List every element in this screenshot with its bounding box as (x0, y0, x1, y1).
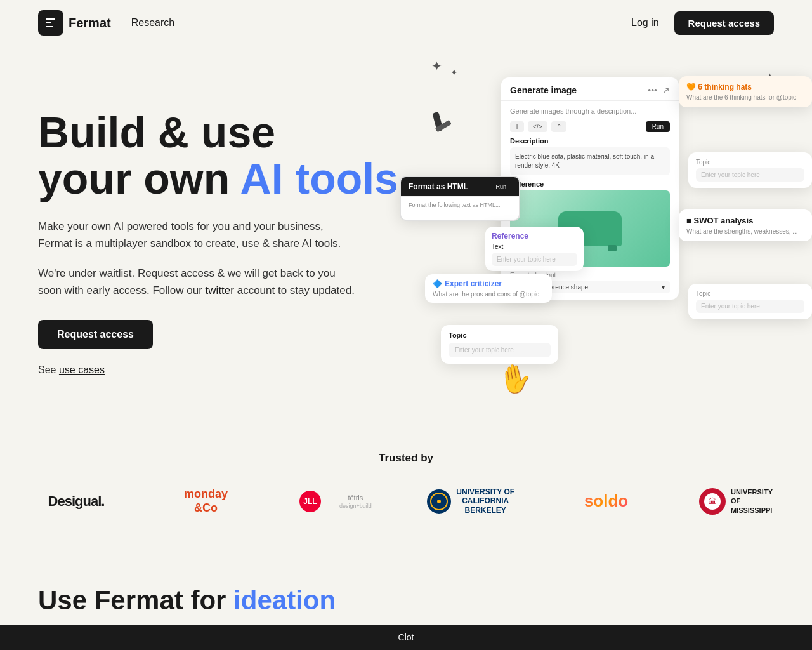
hero-title-accent: AI tools (240, 154, 398, 202)
berkeley-text: UNIVERSITY OFCALIFORNIABERKELEY (456, 488, 514, 515)
logos-row: Desigual. monday&Co JLL tétrisdesign+bui… (38, 488, 774, 515)
ref-header: Reference (492, 232, 577, 241)
thinking-hats-title: 🧡 6 thinking hats (686, 83, 804, 91)
ref-text-input[interactable]: Enter your topic here (492, 253, 577, 266)
topic-card: Topic Enter your topic here (441, 325, 558, 364)
expert-icon: 🔷 (433, 279, 442, 288)
hero-title-line1: Build & use (38, 108, 275, 156)
topic3-input[interactable]: Enter your topic here (696, 300, 804, 313)
deco-star-4: ✦ (782, 81, 793, 96)
ui-cards: ✦ ✦ ✦ ✦ Generate image ••• ↗ (393, 58, 812, 414)
header-request-access-button[interactable]: Request access (674, 11, 774, 35)
deco-star-2: ✦ (450, 67, 458, 77)
bottom-bar: Clot (0, 625, 812, 650)
run-button[interactable]: Run (646, 121, 670, 132)
tetris-text: tétrisdesign+build (334, 494, 372, 509)
brand-berkeley: UNIVERSITY OFCALIFORNIABERKELEY (427, 488, 514, 515)
description-label: Description (510, 137, 670, 145)
svg-rect-1 (435, 120, 452, 133)
svg-rect-0 (432, 112, 443, 132)
topic2-input[interactable]: Enter your topic here (696, 168, 804, 182)
login-button[interactable]: Log in (631, 17, 659, 29)
reference-label: Reference (510, 180, 670, 188)
hero-description-1: Make your own AI powered tools for you a… (38, 218, 355, 252)
swot-title-text: SWOT analysis (693, 216, 753, 225)
expert-label-text: Expert criticizer (445, 279, 502, 288)
deco-star-3: ✦ (766, 71, 774, 83)
expected-output-label: Expected output (510, 272, 670, 279)
berkeley-seal (427, 489, 451, 514)
jll-icon: JLL (299, 491, 321, 512)
header: Fermat Research Log in Request access (0, 0, 812, 46)
ms-logo-icon: 🏛 (709, 497, 716, 506)
description-text: Electric blue sofa, plastic material, so… (510, 147, 670, 175)
jll-group: JLL tétrisdesign+build (299, 491, 372, 512)
logo-text: Fermat (69, 16, 111, 30)
deco-hand-icon: ✋ (495, 359, 535, 398)
see-label: See (38, 364, 59, 375)
card-toolbar: T </> ⌃ Run (510, 121, 670, 132)
brand-soldo: soldo (568, 491, 645, 511)
berkeley-seal-inner (430, 493, 448, 510)
hero-request-access-button[interactable]: Request access (38, 320, 153, 349)
thinking-hats-text: 6 thinking hats (698, 83, 752, 91)
topic-card-3: Topic Enter your topic here (688, 284, 812, 319)
logo[interactable]: Fermat (38, 10, 111, 36)
hero-description-2: We're under waitlist. Request access & w… (38, 265, 355, 299)
topic-label: Topic (449, 331, 551, 339)
topic-card-2: Topic Enter your topic here (688, 152, 812, 188)
hero-desc2-post: account to stay updated. (234, 284, 355, 296)
berkeley-seal-dot (437, 500, 441, 503)
thinking-hats-subtitle: What are the 6 thinking hats for @topic (686, 94, 804, 101)
trusted-section: Trusted by Desigual. monday&Co JLL tétri… (0, 427, 812, 547)
reference-text-card: Reference Text Enter your topic here (485, 227, 584, 271)
reference-image (510, 190, 670, 267)
ms-text: UNIVERSITYOFMISSISSIPPI (731, 488, 773, 515)
expected-val-text: Preserve reference shape (515, 284, 588, 291)
format-run-btn[interactable]: Run (490, 182, 511, 191)
brand-mississippi: 🏛 UNIVERSITYOFMISSISSIPPI (698, 488, 774, 515)
nav-research[interactable]: Research (131, 17, 174, 29)
monday-text: monday&Co (184, 488, 228, 515)
deco-star-1: ✦ (431, 58, 442, 74)
format-html-card: Format as HTML Run Format the following … (400, 176, 520, 221)
bottom-bar-text: Clot (398, 632, 414, 642)
expected-output-value: Preserve reference shape ▾ (510, 281, 670, 293)
twitter-link[interactable]: twitter (206, 284, 234, 296)
tool-btn-code[interactable]: </> (528, 121, 547, 132)
topic-input[interactable]: Enter your topic here (449, 343, 551, 357)
swot-title: ■ SWOT analysis (686, 216, 804, 225)
hero-section: Build & use your own AI tools Make your … (0, 46, 812, 427)
brand-jll: JLL tétrisdesign+build (298, 491, 374, 512)
berkeley-group: UNIVERSITY OFCALIFORNIABERKELEY (427, 488, 514, 515)
format-card-header: Format as HTML Run (401, 177, 519, 197)
hero-illustration: ✦ ✦ ✦ ✦ Generate image ••• ↗ (393, 58, 812, 414)
card-header: Generate image ••• ↗ (501, 77, 679, 101)
generate-image-card: Generate image ••• ↗ Generate images thr… (501, 77, 679, 300)
tool-btn-expand[interactable]: ⌃ (551, 121, 566, 132)
hero-title: Build & use your own AI tools (38, 109, 406, 202)
card-body: Generate images through a description...… (501, 101, 679, 300)
trusted-label: Trusted by (38, 452, 774, 465)
desigual-text: Desigual. (48, 493, 105, 510)
hat-number: 🧡 (686, 83, 698, 91)
tool-btn-T[interactable]: T (510, 121, 524, 132)
ms-logo-inner: 🏛 (704, 493, 721, 510)
card-actions: ••• ↗ (648, 85, 670, 95)
use-title-accent: ideation (233, 585, 336, 615)
chevron-down-icon[interactable]: ▾ (662, 284, 665, 291)
use-title-plain: Use Fermat for (38, 585, 233, 615)
use-cases-link[interactable]: use cases (59, 364, 105, 375)
swot-card: ■ SWOT analysis What are the strengths, … (679, 209, 812, 241)
brand-monday: monday&Co (167, 488, 244, 515)
expert-label: 🔷 Expert criticizer (433, 279, 544, 288)
format-card-subtitle: Format the following text as HTML... (409, 202, 511, 208)
swot-icon: ■ (686, 216, 693, 225)
hero-content: Build & use your own AI tools Make your … (38, 84, 406, 376)
card-menu-dots[interactable]: ••• (648, 85, 657, 95)
header-left: Fermat Research (38, 10, 174, 36)
sofa-illustration (558, 211, 622, 246)
card-link-icon[interactable]: ↗ (662, 85, 670, 95)
card-subtitle: Generate images through a description... (510, 107, 670, 115)
see-use-cases-text: See use cases (38, 364, 406, 376)
